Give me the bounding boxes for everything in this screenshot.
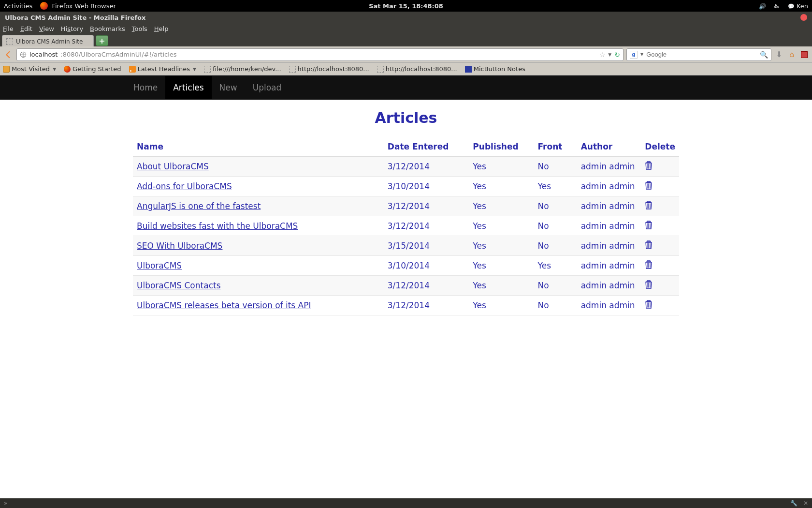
table-row: UlboraCMS Contacts3/12/2014YesNoadmin ad…: [133, 276, 679, 296]
active-app-indicator[interactable]: Firefox Web Browser: [40, 2, 116, 10]
user-menu[interactable]: Ken: [788, 2, 808, 10]
menu-view[interactable]: View: [39, 25, 54, 32]
downloads-icon[interactable]: ⬇: [774, 50, 784, 60]
cell-author: admin admin: [577, 256, 641, 276]
page-viewport[interactable]: Home Articles New Upload Articles Name D…: [0, 75, 812, 498]
delete-button[interactable]: [645, 222, 652, 231]
volume-icon[interactable]: [759, 2, 766, 9]
bookmark-label: Latest Headlines: [138, 65, 190, 73]
google-engine-icon[interactable]: g: [630, 51, 638, 59]
page-icon: [204, 66, 211, 73]
bookmark-getting-started[interactable]: Getting Started: [64, 65, 121, 73]
article-link[interactable]: Add-ons for UlboraCMS: [137, 181, 232, 191]
browser-tab[interactable]: Ulbora CMS Admin Site: [2, 35, 94, 46]
search-icon[interactable]: 🔍: [760, 51, 768, 59]
bookmark-star-icon[interactable]: ☆: [599, 51, 606, 59]
cell-front: No: [534, 296, 577, 315]
addon-bar-right: 🔧 ✕: [790, 500, 808, 507]
menu-tools[interactable]: Tools: [132, 25, 147, 32]
reload-icon[interactable]: ↻: [614, 51, 620, 59]
bookmark-http-2[interactable]: http://localhost:8080...: [377, 65, 457, 73]
firefox-icon: [40, 2, 48, 10]
bookmark-micbutton[interactable]: MicButton Notes: [465, 65, 525, 73]
addon-bar-close-icon[interactable]: ✕: [803, 500, 808, 507]
article-link[interactable]: UlboraCMS Contacts: [137, 281, 221, 290]
cell-author: admin admin: [577, 216, 641, 236]
cell-published: Yes: [469, 276, 534, 296]
cell-front: Yes: [534, 177, 577, 196]
cell-front: Yes: [534, 256, 577, 276]
bookmark-latest-headlines[interactable]: Latest Headlines ▼: [129, 65, 196, 73]
col-published[interactable]: Published: [469, 137, 534, 157]
delete-button[interactable]: [645, 301, 652, 311]
menu-file[interactable]: File: [3, 25, 14, 32]
search-bar[interactable]: g ▼ 🔍: [626, 48, 771, 61]
col-author[interactable]: Author: [577, 137, 641, 157]
url-bar[interactable]: localhost:8080/UlboraCmsAdminUI/#!/artic…: [16, 48, 624, 61]
table-header-row: Name Date Entered Published Front Author…: [133, 137, 679, 157]
app-navbar: Home Articles New Upload: [0, 75, 812, 100]
page-content: Articles Name Date Entered Published Fro…: [133, 109, 679, 315]
delete-button[interactable]: [645, 162, 652, 172]
col-delete[interactable]: Delete: [641, 137, 679, 157]
nav-upload[interactable]: Upload: [245, 76, 290, 99]
cell-date: 3/15/2014: [384, 236, 469, 256]
col-front[interactable]: Front: [534, 137, 577, 157]
search-input[interactable]: [646, 51, 757, 58]
cell-date: 3/12/2014: [384, 276, 469, 296]
toolbar-extra-icon[interactable]: [799, 50, 809, 60]
article-link[interactable]: About UlboraCMS: [137, 162, 209, 171]
addon-bar-expand-icon[interactable]: »: [4, 500, 6, 507]
article-link[interactable]: SEO With UlboraCMS: [137, 241, 222, 251]
nav-home[interactable]: Home: [126, 76, 165, 99]
table-row: About UlboraCMS3/12/2014YesNoadmin admin: [133, 157, 679, 177]
menu-history[interactable]: History: [61, 25, 83, 32]
delete-button[interactable]: [645, 281, 652, 291]
table-row: UlboraCMS releases beta version of its A…: [133, 296, 679, 315]
delete-button[interactable]: [645, 182, 652, 192]
col-date[interactable]: Date Entered: [384, 137, 469, 157]
delete-button[interactable]: [645, 241, 652, 251]
home-icon[interactable]: ⌂: [787, 50, 797, 60]
cell-front: No: [534, 196, 577, 216]
tab-title: Ulbora CMS Admin Site: [16, 38, 83, 45]
article-link[interactable]: Build websites fast with the UlboraCMS: [137, 221, 298, 231]
network-icon[interactable]: [773, 2, 780, 9]
article-link[interactable]: UlboraCMS: [137, 261, 182, 270]
cell-author: admin admin: [577, 276, 641, 296]
url-history-dropdown-icon[interactable]: ▼: [608, 52, 611, 57]
cell-front: No: [534, 276, 577, 296]
delete-button[interactable]: [645, 261, 652, 271]
chat-status-icon: [788, 2, 795, 9]
search-engine-dropdown-icon[interactable]: ▼: [640, 52, 643, 57]
cell-published: Yes: [469, 256, 534, 276]
window-close-button[interactable]: [800, 14, 807, 21]
window-title: Ulbora CMS Admin Site - Mozilla Firefox: [5, 14, 145, 21]
bookmark-file-link[interactable]: file:///home/ken/dev...: [204, 65, 281, 73]
clock[interactable]: Sat Mar 15, 18:48:08: [369, 2, 443, 10]
article-link[interactable]: AngularJS is one of the fastest: [137, 201, 261, 211]
menu-edit[interactable]: Edit: [20, 25, 32, 32]
delete-button[interactable]: [645, 202, 652, 211]
menu-bookmarks[interactable]: Bookmarks: [90, 25, 125, 32]
cell-date: 3/12/2014: [384, 296, 469, 315]
url-host: localhost: [29, 51, 58, 58]
bookmark-most-visited[interactable]: Most Visited ▼: [3, 65, 56, 73]
nav-articles[interactable]: Articles: [165, 76, 211, 99]
col-name[interactable]: Name: [133, 137, 384, 157]
nav-new[interactable]: New: [212, 76, 245, 99]
cell-date: 3/10/2014: [384, 177, 469, 196]
article-link[interactable]: UlboraCMS releases beta version of its A…: [137, 300, 311, 310]
articles-table: Name Date Entered Published Front Author…: [133, 137, 679, 315]
folder-icon: [3, 66, 10, 73]
new-tab-button[interactable]: +: [96, 35, 108, 46]
cell-published: Yes: [469, 196, 534, 216]
back-button[interactable]: [3, 49, 14, 60]
page-icon: [377, 66, 384, 73]
cell-date: 3/12/2014: [384, 196, 469, 216]
bookmark-http-1[interactable]: http://localhost:8080...: [289, 65, 369, 73]
menu-help[interactable]: Help: [154, 25, 169, 32]
active-app-label: Firefox Web Browser: [52, 2, 116, 10]
activities-button[interactable]: Activities: [4, 2, 32, 10]
wrench-icon[interactable]: 🔧: [790, 500, 798, 507]
